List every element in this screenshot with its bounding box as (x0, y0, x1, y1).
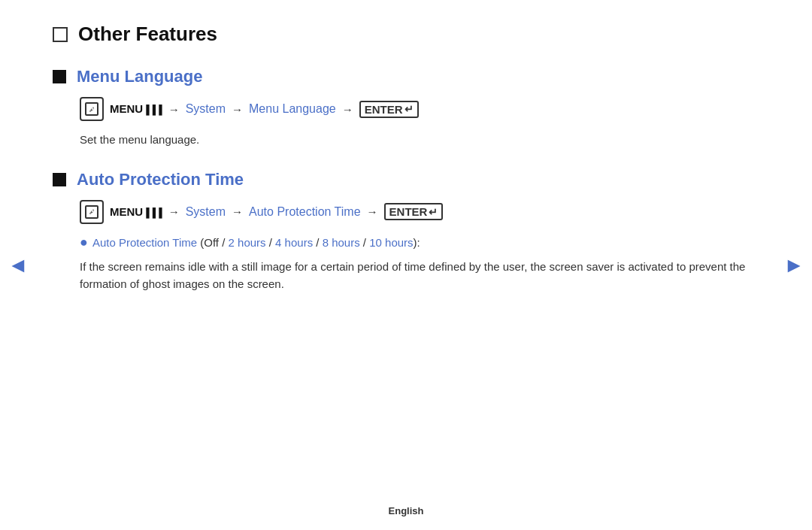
sep2: / (266, 236, 276, 249)
section-bullet-1 (53, 70, 66, 83)
menu-label-1: MENU▐▐▐ (110, 102, 162, 115)
menu-link-menu-language: Menu Language (249, 102, 336, 116)
page-wrapper: Other Features Menu Language 🖋 MENU▐▐▐ →… (0, 0, 812, 530)
section-bullet-2 (53, 173, 66, 186)
auto-protection-link: Auto Protection Time (92, 236, 197, 249)
menu-icon-inner-1: 🖋 (85, 102, 98, 116)
option-4h: 4 hours (275, 236, 313, 249)
option-off: Off (204, 236, 219, 249)
footer-language-label: English (389, 505, 424, 516)
bullet-text-auto-protection: Auto Protection Time (Off / 2 hours / 4 … (92, 235, 420, 252)
enter-button-1: ENTER↵ (359, 101, 419, 118)
menu-icon-inner-2: 🖋 (85, 205, 98, 219)
bullet-item-auto-protection: ● Auto Protection Time (Off / 2 hours / … (53, 235, 759, 252)
page-title-checkbox (53, 27, 68, 42)
bullet-dot: ● (80, 235, 88, 249)
page-title-row: Other Features (53, 23, 759, 46)
section-menu-language: Menu Language 🖋 MENU▐▐▐ → System → Menu … (53, 67, 759, 149)
menu-link-auto-protection: Auto Protection Time (249, 205, 361, 219)
section-title-menu-language: Menu Language (77, 67, 202, 86)
section-title-auto-protection: Auto Protection Time (77, 170, 244, 189)
enter-label-1: ENTER (365, 103, 403, 116)
sep3: / (313, 236, 323, 249)
menu-arrow-1b: → (232, 103, 243, 116)
description-menu-language: Set the menu language. (53, 132, 759, 149)
sep4: / (360, 236, 370, 249)
menu-path-2: 🖋 MENU▐▐▐ → System → Auto Protection Tim… (53, 200, 759, 224)
enter-return-icon-1: ↵ (404, 103, 414, 115)
menu-link-system-1: System (186, 102, 226, 116)
menu-icon-2: 🖋 (80, 200, 104, 224)
nav-arrow-left[interactable]: ◄ (8, 253, 29, 277)
menu-arrow-1a: → (168, 103, 180, 116)
option-10h: 10 hours (369, 236, 413, 249)
menu-arrow-2c: → (367, 205, 378, 218)
menu-arrow-2b: → (232, 205, 243, 218)
page-title: Other Features (78, 23, 217, 46)
option-8h: 8 hours (323, 236, 360, 249)
enter-label-2: ENTER (389, 205, 428, 218)
enter-button-2: ENTER↵ (384, 203, 444, 220)
enter-return-icon-2: ↵ (429, 206, 438, 218)
menu-label-2: MENU▐▐▐ (110, 205, 162, 218)
options-suffix: ): (414, 236, 420, 249)
nav-arrow-right[interactable]: ► (783, 253, 804, 277)
menu-arrow-2a: → (168, 205, 180, 218)
footer-language: English (0, 505, 812, 516)
menu-icon-1: 🖋 (80, 97, 104, 121)
option-2h: 2 hours (229, 236, 266, 249)
description-auto-protection: If the screen remains idle with a still … (53, 259, 759, 292)
section-header-auto-protection: Auto Protection Time (53, 170, 759, 189)
menu-arrow-1c: → (342, 103, 353, 116)
section-header-menu-language: Menu Language (53, 67, 759, 86)
menu-path-1: 🖋 MENU▐▐▐ → System → Menu Language → ENT… (53, 97, 759, 121)
sep1: / (219, 236, 229, 249)
section-auto-protection: Auto Protection Time 🖋 MENU▐▐▐ → System … (53, 170, 759, 293)
menu-link-system-2: System (186, 205, 226, 219)
